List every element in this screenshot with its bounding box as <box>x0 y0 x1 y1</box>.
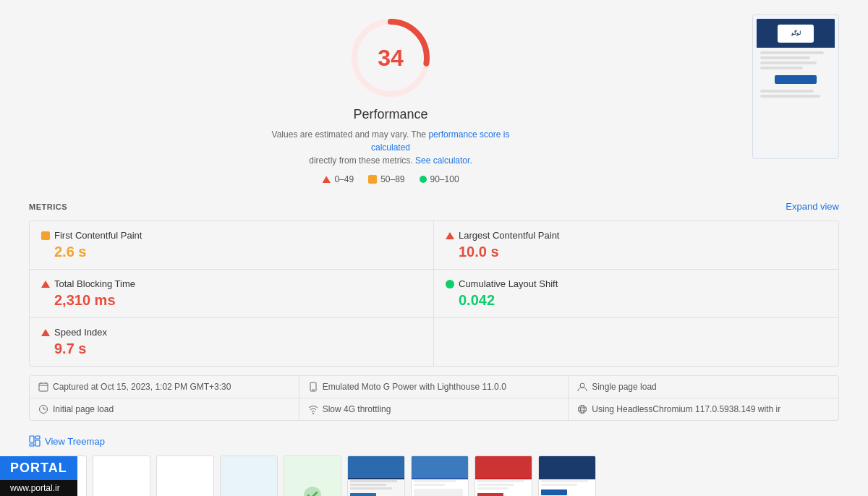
lcp-name: Largest Contentful Paint <box>459 230 559 241</box>
screenshot-header: لوگو <box>757 19 835 48</box>
screenshot-body <box>757 48 835 155</box>
expand-view-link[interactable]: Expand view <box>786 201 839 212</box>
svg-point-8 <box>580 383 584 388</box>
legend-label-green: 90–100 <box>430 174 459 184</box>
performance-description: Values are estimated and may vary. The p… <box>268 128 514 167</box>
check-icon <box>302 484 323 496</box>
screenshot-line-4 <box>760 67 803 69</box>
legend-item-green: 90–100 <box>420 174 459 184</box>
captured-text: Captured at Oct 15, 2023, 1:02 PM GMT+3:… <box>53 382 231 392</box>
throttling-text: Slow 4G throttling <box>323 404 391 414</box>
screenshot-line-2 <box>760 56 810 59</box>
metric-tbt: Total Blocking Time 2,310 ms <box>30 270 434 317</box>
metrics-header: METRICS Expand view <box>29 192 839 221</box>
screenshot-line-3 <box>760 61 817 64</box>
load-type-text: Single page load <box>592 382 656 392</box>
thumbnail-9 <box>538 456 596 496</box>
initial-text: Initial page load <box>53 404 114 414</box>
cls-value: 0.042 <box>446 292 827 309</box>
portal-name: PORTAL <box>0 456 77 480</box>
lcp-value: 10.0 s <box>446 244 827 260</box>
device-text: Emulated Moto G Power with Lighthouse 11… <box>323 382 506 392</box>
thumbnail-6 <box>347 456 405 496</box>
user-icon <box>577 382 587 392</box>
metrics-title: METRICS <box>29 202 67 211</box>
performance-section: 34 Performance Values are estimated and … <box>0 0 868 192</box>
tbt-name: Total Blocking Time <box>54 278 135 289</box>
thumbnail-8 <box>475 456 532 496</box>
screenshot-preview: لوگو <box>752 14 839 159</box>
si-name: Speed Index <box>54 327 107 338</box>
portal-badge: PORTAL www.portal.ir <box>0 456 77 496</box>
page-wrapper: 34 Performance Values are estimated and … <box>0 0 868 496</box>
metric-tbt-label: Total Blocking Time <box>41 278 422 289</box>
metric-si-label: Speed Index <box>41 327 422 338</box>
svg-rect-18 <box>35 436 40 439</box>
performance-left: 34 Performance Values are estimated and … <box>29 14 752 184</box>
info-load-type: Single page load <box>569 376 838 398</box>
svg-rect-20 <box>30 444 34 446</box>
fcp-icon <box>41 231 50 240</box>
device-icon <box>308 382 318 392</box>
svg-rect-2 <box>39 383 48 391</box>
legend-item-red: 0–49 <box>322 174 354 184</box>
cls-name: Cumulative Layout Shift <box>459 278 558 289</box>
metric-lcp: Largest Contentful Paint 10.0 s <box>434 221 838 269</box>
treemap-link[interactable]: View Treemap <box>29 435 839 447</box>
screenshot-line-1 <box>760 51 824 54</box>
screenshot-btn <box>775 75 817 84</box>
legend-label-red: 0–49 <box>334 174 354 184</box>
performance-score: 34 <box>378 45 404 72</box>
treemap-icon <box>29 435 41 447</box>
thumbnails-row <box>29 456 839 496</box>
metric-fcp: First Contentful Paint 2.6 s <box>30 221 434 269</box>
gauge-container: 34 <box>347 14 434 101</box>
screenshot-line-5 <box>760 90 814 93</box>
content-area: 34 Performance Values are estimated and … <box>0 0 868 496</box>
lcp-icon <box>446 232 454 239</box>
svg-point-21 <box>304 487 321 496</box>
thumbnail-4 <box>220 456 278 496</box>
desc-prefix: Values are estimated and may vary. The <box>272 129 426 140</box>
si-icon <box>41 329 50 336</box>
metric-fcp-label: First Contentful Paint <box>41 230 422 241</box>
legend-dot-red <box>322 176 331 183</box>
wifi-icon <box>308 404 318 414</box>
metrics-grid: First Contentful Paint 2.6 s Largest Con… <box>29 221 839 367</box>
screenshot-inner: لوگو <box>757 19 835 155</box>
cls-icon <box>446 280 454 288</box>
treemap-label: View Treemap <box>45 436 105 447</box>
legend: 0–49 50–89 90–100 <box>322 174 459 184</box>
tbt-icon <box>41 281 50 288</box>
fcp-name: First Contentful Paint <box>54 230 142 241</box>
info-row-2: Initial page load Slow 4G throttling <box>30 398 838 420</box>
legend-dot-green <box>420 176 427 183</box>
info-throttling: Slow 4G throttling <box>299 398 569 420</box>
desc-suffix: directly from these metrics. <box>309 155 412 166</box>
info-row-1: Captured at Oct 15, 2023, 1:02 PM GMT+3:… <box>30 376 838 398</box>
metrics-row-1: First Contentful Paint 2.6 s Largest Con… <box>30 221 838 270</box>
globe-icon <box>577 404 587 414</box>
svg-point-12 <box>312 413 314 414</box>
metric-si: Speed Index 9.7 s <box>30 318 434 366</box>
metric-cls: Cumulative Layout Shift 0.042 <box>434 270 838 317</box>
thumbnail-7 <box>411 456 469 496</box>
fcp-value: 2.6 s <box>41 244 422 260</box>
performance-title: Performance <box>353 107 427 122</box>
metric-cls-label: Cumulative Layout Shift <box>446 278 827 289</box>
svg-rect-17 <box>30 436 34 442</box>
screenshot-line-6 <box>760 95 820 98</box>
info-initial: Initial page load <box>30 398 299 420</box>
metrics-row-2: Total Blocking Time 2,310 ms Cumulative … <box>30 270 838 318</box>
calendar-icon <box>38 382 48 392</box>
metrics-section: METRICS Expand view First Contentful Pai… <box>0 192 868 428</box>
calc-link[interactable]: See calculator. <box>415 155 472 166</box>
screenshot-logo: لوگو <box>778 25 814 43</box>
clock-icon <box>38 404 48 414</box>
info-device: Emulated Moto G Power with Lighthouse 11… <box>299 376 569 398</box>
tbt-value: 2,310 ms <box>41 292 422 309</box>
legend-label-orange: 50–89 <box>380 174 404 184</box>
metric-lcp-label: Largest Contentful Paint <box>446 230 827 241</box>
svg-point-14 <box>581 406 584 414</box>
thumbnail-3 <box>156 456 214 496</box>
